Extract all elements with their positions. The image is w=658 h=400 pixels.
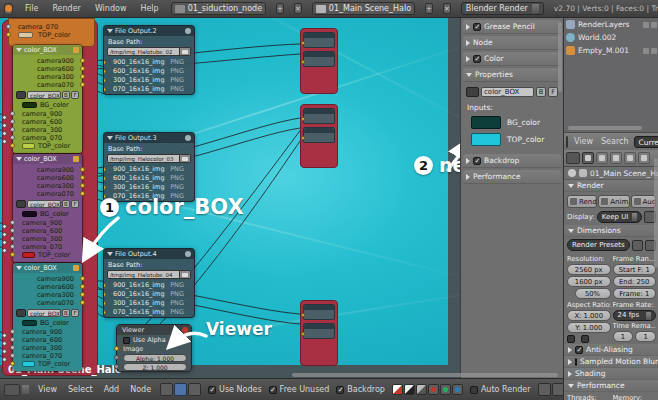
rerender-icon[interactable] xyxy=(552,383,564,396)
color-checkbox[interactable] xyxy=(473,55,481,63)
backdrop-value-icon[interactable] xyxy=(416,384,427,395)
menu-view[interactable]: View xyxy=(36,385,59,394)
fake-user-button[interactable]: B xyxy=(536,87,546,97)
resolution-percent-slider[interactable]: 50% xyxy=(575,288,611,299)
green-channel-icon[interactable] xyxy=(440,384,451,395)
restrict-icon[interactable] xyxy=(643,22,649,28)
close-scene-button[interactable]: ✕ xyxy=(443,3,451,14)
render-step-icon[interactable] xyxy=(538,383,551,396)
bg-color-swatch[interactable] xyxy=(471,116,501,129)
restrict-render-icon[interactable] xyxy=(651,48,657,54)
expand-icon[interactable] xyxy=(466,24,470,30)
single-user-button[interactable]: F xyxy=(548,87,558,97)
red-channel-icon[interactable] xyxy=(428,384,439,395)
backdrop-color-alpha-icon[interactable] xyxy=(392,384,403,395)
border-checkbox[interactable] xyxy=(567,335,575,343)
crop-checkbox[interactable] xyxy=(581,335,589,343)
close-layout-button[interactable]: ✕ xyxy=(294,3,302,14)
resolution-x-slider[interactable]: 2560 px xyxy=(567,264,611,275)
add-scene-button[interactable]: + xyxy=(425,3,433,14)
outliner-scrollbar[interactable] xyxy=(568,126,642,130)
auto-render-toggle[interactable]: Auto Render xyxy=(470,385,531,394)
outliner-item-world[interactable]: World.002 xyxy=(564,31,658,44)
expand-icon[interactable] xyxy=(466,174,470,180)
outliner-editor-icon[interactable] xyxy=(566,136,568,148)
nodetree-browse-icon[interactable] xyxy=(466,87,479,97)
panel-properties[interactable]: Properties xyxy=(463,68,561,82)
tab-object[interactable] xyxy=(638,152,650,164)
current-frame-slider[interactable]: Frame: 1 xyxy=(613,288,657,299)
aspect-y-slider[interactable]: Y: 1.000 xyxy=(567,322,611,333)
properties-editor-icon[interactable] xyxy=(566,152,580,164)
add-layout-button[interactable]: + xyxy=(276,3,284,14)
expand-icon[interactable] xyxy=(466,158,470,164)
grease-pencil-checkbox[interactable] xyxy=(473,23,481,31)
render-engine-dropdown[interactable]: Blender Render xyxy=(461,2,544,15)
panel-grease-pencil[interactable]: Grease Pencil xyxy=(463,20,561,34)
menu-select[interactable]: Select xyxy=(66,385,95,394)
animation-button[interactable]: Animation xyxy=(598,195,629,208)
texture-nodes-icon[interactable] xyxy=(188,383,201,396)
restrict-select-icon[interactable] xyxy=(643,48,649,54)
menu-outliner-search[interactable]: Search xyxy=(599,137,630,146)
backdrop-toggle[interactable]: Backdrop xyxy=(336,385,385,394)
time-remap-old-slider[interactable]: 1 xyxy=(613,331,634,342)
panel-color[interactable]: Color xyxy=(463,52,561,66)
display-dropdown[interactable]: Keep UI xyxy=(597,211,642,223)
blender-logo-icon[interactable] xyxy=(4,3,13,15)
render-presets-dropdown[interactable]: Render Presets xyxy=(567,239,630,251)
panel-anti-aliasing[interactable]: Anti-Aliasing xyxy=(564,344,658,356)
menu-window[interactable]: Window xyxy=(93,4,129,13)
pin-icon[interactable] xyxy=(568,169,576,177)
expand-icon[interactable] xyxy=(466,56,470,62)
collapse-icon[interactable] xyxy=(466,73,472,77)
add-preset-button[interactable] xyxy=(632,240,643,251)
panel-backdrop[interactable]: Backdrop xyxy=(463,154,561,168)
node-editor-canvas[interactable]: 01_Main Scene_Halo camera_070 TOP_color … xyxy=(0,18,563,378)
panel-performance[interactable]: Performance xyxy=(463,170,561,184)
free-unused-toggle[interactable]: Free Unused xyxy=(269,385,330,394)
outliner-item-renderlayers[interactable]: RenderLayers xyxy=(564,18,658,31)
canvas-horizontal-scrollbar[interactable] xyxy=(292,373,558,377)
menu-outliner-view[interactable]: View xyxy=(572,137,595,146)
outliner-display-mode-dropdown[interactable]: Current xyxy=(634,136,658,148)
menu-file[interactable]: File xyxy=(23,4,40,13)
shader-nodes-icon[interactable] xyxy=(160,383,173,396)
tab-world[interactable] xyxy=(624,152,636,164)
panel-node[interactable]: Node xyxy=(463,36,561,50)
editor-type-icon[interactable] xyxy=(4,384,20,396)
aspect-x-slider[interactable]: X: 1.000 xyxy=(567,310,611,321)
compositing-nodes-icon[interactable] xyxy=(174,383,187,396)
end-frame-slider[interactable]: End: 250 xyxy=(613,276,657,287)
properties-scrollbar[interactable] xyxy=(654,158,658,268)
panel-sampled-motion-blur[interactable]: Sampled Motion Blur xyxy=(564,356,658,368)
start-frame-slider[interactable]: Start F: 1 xyxy=(613,264,657,275)
node-name-field[interactable]: color_BOX xyxy=(481,87,534,97)
top-color-swatch[interactable] xyxy=(471,133,501,146)
menu-add[interactable]: Add xyxy=(102,385,122,394)
menu-node[interactable]: Node xyxy=(128,385,153,394)
motion-blur-checkbox[interactable] xyxy=(575,358,577,366)
use-nodes-toggle[interactable]: Use Nodes xyxy=(208,385,262,394)
backdrop-checkbox[interactable] xyxy=(473,157,481,165)
audio-button[interactable]: Audio xyxy=(631,195,656,208)
tab-scene[interactable] xyxy=(610,152,622,164)
backdrop-alpha-icon[interactable] xyxy=(404,384,415,395)
outliner-item-empty[interactable]: Empty_M.001 xyxy=(564,44,658,57)
scene-selector[interactable]: 01_Main Scene_Halo xyxy=(312,2,415,15)
expand-icon[interactable] xyxy=(466,40,470,46)
anti-aliasing-checkbox[interactable] xyxy=(575,346,583,354)
tab-render-layers[interactable] xyxy=(596,152,608,164)
restrict-icon[interactable] xyxy=(651,22,657,28)
time-remap-new-slider[interactable]: 1 xyxy=(635,331,656,342)
blue-channel-icon[interactable] xyxy=(452,384,463,395)
panel-render[interactable]: Render xyxy=(564,180,658,192)
menu-render[interactable]: Render xyxy=(50,4,82,13)
panel-performance[interactable]: Performance xyxy=(564,380,658,392)
panel-shading[interactable]: Shading xyxy=(564,368,658,380)
menu-help[interactable]: Help xyxy=(138,4,160,13)
n-panel-scrollbar[interactable] xyxy=(558,22,562,92)
panel-dimensions[interactable]: Dimensions xyxy=(564,225,658,237)
screen-layout-selector[interactable]: 01_siduction_node xyxy=(171,2,266,15)
tab-render[interactable] xyxy=(582,152,594,164)
